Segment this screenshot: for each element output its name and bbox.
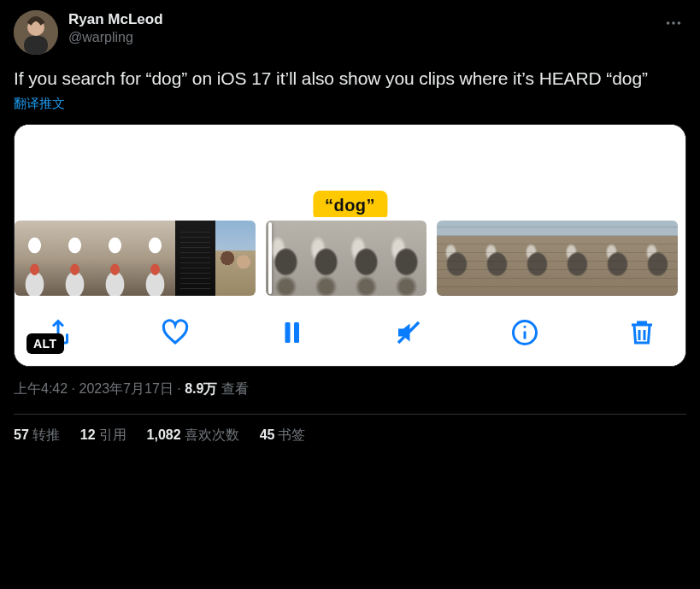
likes-item[interactable]: 1,082喜欢次数 bbox=[147, 427, 239, 445]
clip-group-1[interactable] bbox=[15, 221, 256, 296]
tweet-meta[interactable]: 上午4:42 · 2023年7月17日 · 8.9万 查看 bbox=[14, 377, 686, 414]
trash-icon bbox=[626, 317, 657, 348]
tweet-text: If you search for “dog” on iOS 17 it’ll … bbox=[14, 67, 686, 91]
heart-icon bbox=[160, 317, 191, 348]
timeline-frame bbox=[135, 221, 175, 296]
timeline-frame bbox=[638, 221, 678, 296]
handle: @warpling bbox=[68, 29, 650, 47]
views-count: 8.9万 bbox=[185, 381, 217, 396]
views-label: 查看 bbox=[217, 381, 248, 396]
more-icon bbox=[664, 14, 683, 32]
more-button[interactable] bbox=[661, 10, 686, 39]
quotes-item[interactable]: 12引用 bbox=[80, 427, 126, 445]
like-button[interactable] bbox=[157, 315, 193, 350]
svg-point-3 bbox=[667, 21, 670, 25]
timeline-frame bbox=[215, 221, 256, 296]
media-card[interactable]: “dog” bbox=[14, 124, 686, 367]
divider bbox=[14, 414, 686, 415]
timeline-frame bbox=[477, 221, 517, 296]
avatar[interactable] bbox=[14, 10, 58, 55]
video-timeline[interactable] bbox=[15, 217, 685, 299]
pause-icon bbox=[276, 317, 307, 348]
clip-group-2[interactable] bbox=[266, 221, 426, 296]
retweets-label: 转推 bbox=[32, 427, 60, 442]
svg-rect-2 bbox=[24, 36, 48, 55]
timeline-frame bbox=[15, 221, 55, 296]
tweet-container: Ryan McLeod @warpling If you search for … bbox=[0, 0, 700, 453]
media-top: “dog” bbox=[15, 125, 685, 217]
timeline-frame bbox=[557, 221, 597, 296]
likes-count: 1,082 bbox=[147, 427, 181, 442]
delete-button[interactable] bbox=[624, 315, 660, 350]
svg-point-11 bbox=[524, 326, 526, 328]
caption-bubble: “dog” bbox=[313, 191, 387, 221]
svg-point-4 bbox=[672, 21, 675, 25]
engagement-row: 57转推 12引用 1,082喜欢次数 45书签 bbox=[14, 427, 686, 450]
timeline-frame bbox=[306, 221, 346, 296]
alt-badge[interactable]: ALT bbox=[26, 333, 64, 354]
tweet-date: 2023年7月17日 bbox=[79, 381, 173, 396]
svg-rect-6 bbox=[285, 322, 291, 343]
timeline-frame bbox=[437, 221, 477, 296]
timeline-frame bbox=[55, 221, 95, 296]
pause-button[interactable] bbox=[274, 315, 309, 350]
media-toolbar bbox=[15, 299, 685, 366]
quotes-label: 引用 bbox=[99, 427, 126, 442]
author-block[interactable]: Ryan McLeod @warpling bbox=[68, 10, 650, 47]
timeline-frame bbox=[517, 221, 557, 296]
tweet-time: 上午4:42 bbox=[14, 381, 68, 396]
quotes-count: 12 bbox=[80, 427, 96, 442]
timeline-frame bbox=[266, 221, 306, 296]
timeline-frame bbox=[175, 221, 215, 296]
bookmarks-item[interactable]: 45书签 bbox=[260, 427, 306, 445]
display-name: Ryan McLeod bbox=[68, 10, 650, 29]
retweets-count: 57 bbox=[14, 427, 29, 442]
retweets-item[interactable]: 57转推 bbox=[14, 427, 60, 445]
svg-rect-7 bbox=[294, 322, 299, 343]
info-button[interactable] bbox=[507, 315, 543, 350]
bookmarks-label: 书签 bbox=[278, 427, 305, 442]
timeline-frame bbox=[95, 221, 135, 296]
timeline-frame bbox=[386, 221, 426, 296]
tweet-header: Ryan McLeod @warpling bbox=[14, 10, 686, 55]
clip-group-3[interactable] bbox=[437, 221, 678, 296]
svg-point-5 bbox=[678, 21, 681, 25]
timeline-frame bbox=[346, 221, 386, 296]
avatar-image bbox=[14, 10, 58, 55]
bookmarks-count: 45 bbox=[260, 427, 275, 442]
mute-button[interactable] bbox=[391, 315, 426, 350]
likes-label: 喜欢次数 bbox=[185, 427, 239, 442]
mute-icon bbox=[393, 317, 424, 348]
playhead[interactable] bbox=[268, 222, 272, 294]
info-icon bbox=[509, 317, 540, 348]
translate-link[interactable]: 翻译推文 bbox=[14, 96, 65, 112]
timeline-frame bbox=[597, 221, 638, 296]
